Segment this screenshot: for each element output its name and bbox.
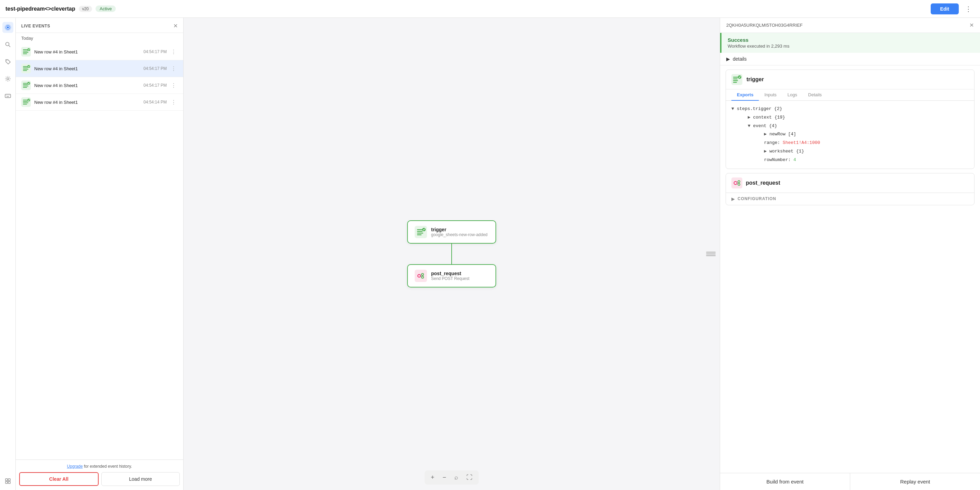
post-request-section: post_request ▶ CONFIGURATION: [725, 173, 975, 205]
worksheet-arrow[interactable]: ▶: [764, 149, 767, 154]
post-request-name: post_request: [746, 180, 780, 186]
post-request-node[interactable]: post_request Send POST Request: [407, 264, 496, 287]
event-menu-button[interactable]: ⋮: [170, 49, 178, 55]
newrow-key: newRow [4]: [769, 132, 796, 137]
rownumber-value: 4: [793, 157, 796, 163]
clear-all-button[interactable]: Clear All: [19, 472, 99, 486]
trigger-node-label: trigger: [431, 227, 488, 232]
edit-button[interactable]: Edit: [931, 3, 959, 14]
version-badge: v20: [79, 6, 92, 12]
event-arrow[interactable]: ▼: [748, 123, 751, 129]
svg-line-63: [737, 182, 738, 182]
newrow-arrow[interactable]: ▶: [764, 132, 767, 137]
event-item[interactable]: New row #4 in Sheet1 04:54:17 PM ⋮: [16, 43, 183, 60]
post-request-header: post_request: [726, 173, 974, 193]
event-time: 04:54:17 PM: [143, 49, 167, 54]
event-item[interactable]: New row #4 in Sheet1 04:54:14 PM ⋮: [16, 94, 183, 111]
date-group-label: Today: [16, 33, 183, 43]
sidebar-item-search[interactable]: [2, 39, 13, 50]
load-more-button[interactable]: Load more: [101, 472, 180, 486]
config-toggle-arrow[interactable]: ▶: [732, 196, 735, 201]
svg-rect-35: [21, 97, 31, 107]
context-arrow[interactable]: ▶: [748, 115, 751, 120]
trigger-step-name: trigger: [746, 77, 764, 83]
svg-point-3: [5, 43, 9, 46]
event-item[interactable]: New row #4 in Sheet1 04:54:17 PM ⋮: [16, 60, 183, 77]
canvas-add-button[interactable]: +: [429, 472, 437, 482]
details-label: details: [733, 56, 746, 62]
sidebar-item-live-events[interactable]: [2, 22, 13, 33]
build-from-event-button[interactable]: Build from event: [720, 473, 850, 490]
replay-event-button[interactable]: Replay event: [850, 473, 980, 490]
config-row[interactable]: ▶ CONFIGURATION: [726, 193, 974, 205]
tab-details[interactable]: Details: [803, 89, 827, 101]
right-panel-header: 2QKH0A5URKQLMI5TOH03G4RRIEF ✕: [720, 18, 980, 33]
rownumber-key: rowNumber:: [764, 157, 793, 163]
svg-line-64: [737, 184, 738, 184]
flow-connector: [451, 244, 452, 264]
post-request-node-labels: post_request Send POST Request: [431, 271, 469, 281]
tab-inputs[interactable]: Inputs: [759, 89, 782, 101]
status-badge: Active: [95, 5, 116, 12]
svg-rect-17: [21, 47, 31, 56]
config-label: CONFIGURATION: [738, 196, 776, 201]
live-events-close-button[interactable]: ✕: [173, 22, 178, 29]
svg-line-4: [9, 46, 10, 47]
post-request-node-sublabel: Send POST Request: [431, 276, 469, 281]
sidebar-item-settings[interactable]: [2, 73, 13, 84]
event-item[interactable]: New row #4 in Sheet1 04:54:17 PM ⋮: [16, 77, 183, 94]
tab-exports[interactable]: Exports: [732, 89, 759, 101]
svg-point-0: [7, 26, 9, 29]
trigger-tabs: Exports Inputs Logs Details: [726, 89, 974, 101]
event-name: New row #4 in Sheet1: [34, 66, 143, 71]
svg-rect-57: [733, 82, 737, 83]
right-panel-close-button[interactable]: ✕: [969, 22, 974, 29]
svg-rect-56: [733, 80, 738, 81]
sidebar-item-keyboard[interactable]: [2, 91, 13, 101]
event-icon: [21, 81, 31, 90]
svg-rect-55: [733, 78, 738, 80]
trigger-node-labels: trigger google_sheets-new-row-added: [431, 227, 488, 237]
canvas-remove-button[interactable]: −: [441, 472, 449, 482]
svg-rect-16: [8, 481, 10, 484]
trigger-node-sublabel: google_sheets-new-row-added: [431, 232, 488, 237]
trigger-step-header: trigger: [726, 70, 974, 89]
svg-rect-21: [23, 53, 27, 54]
svg-rect-27: [23, 70, 27, 71]
event-icon: [21, 64, 31, 73]
trigger-node[interactable]: trigger google_sheets-new-row-added: [407, 220, 496, 244]
worksheet-key: worksheet {1}: [769, 149, 804, 154]
event-menu-button[interactable]: ⋮: [170, 82, 178, 89]
event-menu-button[interactable]: ⋮: [170, 65, 178, 72]
steps-trigger-arrow[interactable]: ▼: [732, 106, 734, 111]
post-request-node-label: post_request: [431, 271, 469, 276]
more-menu-button[interactable]: ⋮: [962, 3, 975, 14]
trigger-node-icon: [415, 226, 427, 238]
sidebar-item-grid[interactable]: [2, 476, 13, 487]
upgrade-link[interactable]: Upgrade: [67, 464, 83, 469]
canvas-fullscreen-button[interactable]: ⛶: [464, 472, 474, 482]
details-arrow-icon: ▶: [726, 56, 730, 62]
canvas-content: trigger google_sheets-new-row-added: [407, 220, 496, 287]
canvas-fit-button[interactable]: ⌕: [452, 472, 460, 482]
tab-logs[interactable]: Logs: [782, 89, 803, 101]
topbar: test-pipedream<>clevertap v20 Active Edi…: [0, 0, 980, 18]
steps-trigger-key: steps.trigger {2}: [737, 106, 783, 111]
range-value: Sheet1!A4:1000: [783, 140, 820, 145]
event-time: 04:54:17 PM: [143, 66, 167, 71]
svg-rect-37: [23, 101, 28, 102]
event-time: 04:54:17 PM: [143, 83, 167, 88]
event-name: New row #4 in Sheet1: [34, 100, 143, 105]
events-list: New row #4 in Sheet1 04:54:17 PM ⋮: [16, 43, 183, 460]
trigger-section: trigger Exports Inputs Logs Details ▼ st…: [725, 70, 975, 169]
svg-rect-7: [5, 94, 11, 97]
panel-title: LIVE EVENTS: [21, 24, 50, 29]
upgrade-text: Upgrade for extended event history.: [19, 464, 180, 469]
svg-line-52: [420, 276, 422, 277]
event-menu-button[interactable]: ⋮: [170, 99, 178, 105]
event-name: New row #4 in Sheet1: [34, 49, 143, 54]
details-row[interactable]: ▶ details: [720, 53, 980, 65]
svg-rect-19: [23, 51, 28, 51]
panel-footer: Upgrade for extended event history. Clea…: [16, 460, 183, 490]
sidebar-item-tags[interactable]: [2, 56, 13, 67]
